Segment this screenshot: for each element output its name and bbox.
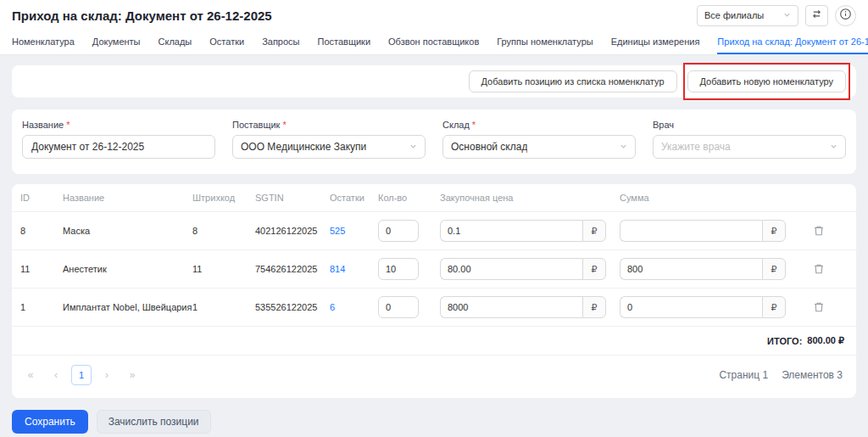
delete-row-button[interactable] <box>810 260 828 278</box>
transfer-icon <box>811 8 822 22</box>
cell-name: Имплантат Nobel, Швейцария <box>63 302 192 312</box>
items-count: Элементов 3 <box>782 369 843 381</box>
stock-link[interactable]: 525 <box>330 226 345 236</box>
tab-warehouses[interactable]: Склады <box>159 31 192 54</box>
price-input[interactable] <box>440 296 582 318</box>
topbar-actions: Все филиалы <box>697 5 856 26</box>
save-button[interactable]: Сохранить <box>12 410 88 434</box>
tab-units[interactable]: Единицы измерения <box>611 31 700 54</box>
chevron-down-icon <box>830 141 837 153</box>
post-positions-button[interactable]: Зачислить позиции <box>97 410 211 434</box>
cell-sgtin: 402126122025 <box>255 226 330 236</box>
qty-input[interactable] <box>378 258 419 280</box>
branch-filter-select[interactable]: Все филиалы <box>697 5 798 26</box>
col-header-id: ID <box>20 193 63 203</box>
warehouse-select-value: Основной склад <box>451 141 527 153</box>
info-icon <box>839 8 852 23</box>
ruble-currency-addon: ₽ <box>762 220 786 242</box>
info-icon-button[interactable] <box>835 5 856 26</box>
pagination-row: « ‹ 1 › » Страниц 1 Элементов 3 <box>12 355 856 396</box>
transfer-icon-button[interactable] <box>805 5 828 26</box>
total-value: 800.00 ₽ <box>807 335 844 346</box>
tab-warehouse-receipt-active[interactable]: Приход на склад: Документ от 26-12-2025 <box>717 31 868 54</box>
tab-nomenclature[interactable]: Номенклатура <box>12 31 75 54</box>
chevron-down-icon <box>620 141 627 153</box>
pages-count: Страниц 1 <box>719 369 768 381</box>
price-input[interactable] <box>440 220 582 242</box>
prev-page-button[interactable]: ‹ <box>46 365 66 385</box>
chevron-down-icon <box>409 141 417 153</box>
last-page-button[interactable]: » <box>122 365 142 385</box>
stock-link[interactable]: 814 <box>330 264 345 274</box>
ruble-currency-addon: ₽ <box>762 258 786 280</box>
chevron-left-icon: ‹ <box>54 369 58 381</box>
delete-row-button[interactable] <box>810 221 828 240</box>
branch-filter-value: Все филиалы <box>704 10 764 20</box>
col-header-sum: Сумма <box>620 193 789 203</box>
tab-bar: Номенклатура Документы Склады Остатки За… <box>0 31 868 55</box>
qty-input[interactable] <box>378 296 419 318</box>
price-input[interactable] <box>440 258 582 280</box>
add-position-from-list-button[interactable]: Добавить позицию из списка номенклатур <box>469 70 677 92</box>
sum-input[interactable] <box>620 258 762 280</box>
stock-link[interactable]: 6 <box>330 302 335 312</box>
tab-documents[interactable]: Документы <box>92 31 141 54</box>
page-number-button[interactable]: 1 <box>71 365 92 385</box>
price-input-group: ₽ <box>440 258 606 280</box>
table-row: 11 Анестетик 11 754626122025 814 ₽ ₽ <box>12 249 856 288</box>
field-supplier-label: Поставщик* <box>232 120 426 130</box>
delete-row-button[interactable] <box>810 298 828 317</box>
cell-id: 1 <box>20 302 63 312</box>
required-mark: * <box>66 120 70 130</box>
ruble-currency-addon: ₽ <box>582 258 606 280</box>
cell-sgtin: 754626122025 <box>255 264 330 274</box>
tab-nomenclature-groups[interactable]: Группы номенклатуры <box>497 31 593 54</box>
col-header-name: Название <box>63 193 192 203</box>
trash-icon <box>813 303 825 316</box>
pager: « ‹ 1 › » <box>20 365 142 385</box>
tab-stock[interactable]: Остатки <box>209 31 244 54</box>
sum-input[interactable] <box>620 296 762 318</box>
tab-suppliers[interactable]: Поставщики <box>318 31 371 54</box>
table-row: 1 Имплантат Nobel, Швейцария 1 535526122… <box>12 288 856 326</box>
warehouse-select[interactable]: Основной склад <box>442 135 636 159</box>
price-input-group: ₽ <box>440 220 606 242</box>
col-header-barcode: Штрихкод <box>192 193 255 203</box>
document-name-input[interactable] <box>22 135 215 159</box>
add-new-nomenclature-button[interactable]: Добавить новую номенклатуру <box>687 70 846 92</box>
trash-icon <box>813 265 825 277</box>
col-header-price: Закупочная цена <box>440 193 620 203</box>
required-mark: * <box>282 120 286 130</box>
supplier-select[interactable]: ООО Медицинские Закупи <box>232 135 426 159</box>
total-label: ИТОГО: <box>767 336 802 346</box>
field-name-label: Название* <box>22 120 215 130</box>
tab-requests[interactable]: Запросы <box>262 31 299 54</box>
highlighted-button-wrap: Добавить новую номенклатуру <box>687 70 846 92</box>
chevron-right-icon: › <box>105 369 108 381</box>
col-header-sgtin: SGTIN <box>255 193 330 203</box>
page-title: Приход на склад: Документ от 26-12-2025 <box>12 8 272 23</box>
qty-input[interactable] <box>378 220 419 242</box>
table-row: 8 Маска 8 402126122025 525 ₽ ₽ <box>12 211 856 249</box>
chevron-down-icon <box>783 10 791 20</box>
toolbar-card: Добавить позицию из списка номенклатур Д… <box>12 65 856 98</box>
sum-input[interactable] <box>620 220 762 242</box>
table-header-row: ID Название Штрихкод SGTIN Остатки Кол-в… <box>12 184 856 211</box>
tab-supplier-calls[interactable]: Обзвон поставщиков <box>388 31 479 54</box>
doctor-select[interactable]: Укажите врача <box>653 135 846 159</box>
sum-input-group: ₽ <box>620 220 786 242</box>
required-mark: * <box>472 120 476 130</box>
cell-id: 11 <box>20 264 63 274</box>
cell-barcode: 1 <box>192 302 255 312</box>
field-doctor-label: Врач <box>653 120 846 130</box>
cell-barcode: 11 <box>192 264 255 274</box>
double-chevron-left-icon: « <box>28 369 34 381</box>
first-page-button[interactable]: « <box>20 365 41 385</box>
next-page-button[interactable]: › <box>97 365 117 385</box>
cell-barcode: 8 <box>192 226 255 236</box>
document-form: Название* Поставщик* ООО Медицинские Зак… <box>12 109 856 174</box>
ruble-currency-addon: ₽ <box>582 220 606 242</box>
field-supplier: Поставщик* ООО Медицинские Закупи <box>232 120 426 159</box>
field-warehouse: Склад* Основной склад <box>442 120 636 159</box>
cell-id: 8 <box>20 226 63 236</box>
